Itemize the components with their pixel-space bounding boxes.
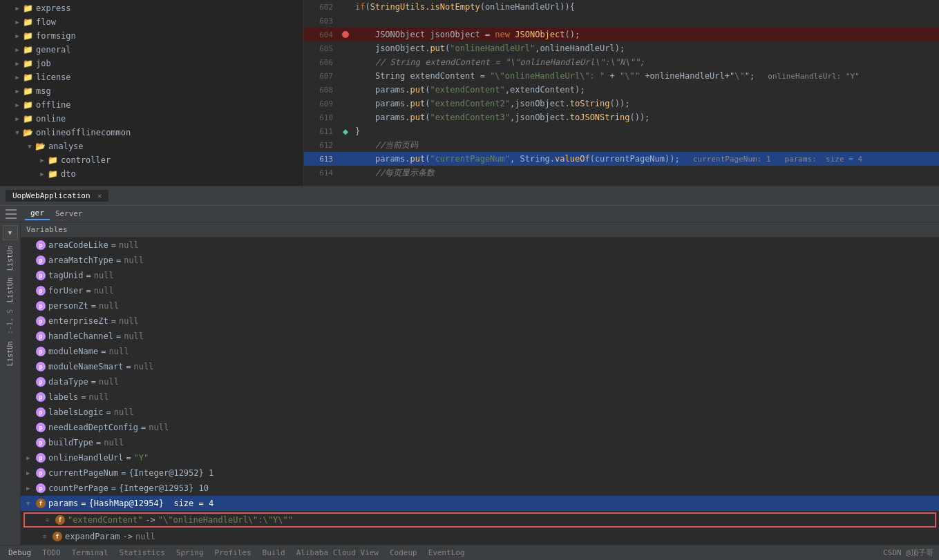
tree-arrow: ▶ bbox=[37, 169, 47, 179]
var-expand bbox=[26, 378, 36, 385]
tree-item-express[interactable]: ▶ 📁 express bbox=[0, 1, 303, 15]
tree-item-license[interactable]: ▶ 📁 license bbox=[0, 70, 303, 84]
side-list-un-1[interactable]: ListUn bbox=[5, 243, 15, 273]
var-icon-f: f bbox=[55, 515, 65, 525]
bottom-tab-codeup[interactable]: Codeup bbox=[387, 548, 420, 557]
folder-icon: 📁 bbox=[22, 99, 33, 110]
var-item-enterpriseZt[interactable]: p enterpriseZt = null bbox=[21, 313, 939, 329]
tree-item-formsign[interactable]: ▶ 📁 formsign bbox=[0, 29, 303, 43]
side-info[interactable]: :-1, S bbox=[5, 307, 15, 337]
tree-item-general[interactable]: ▶ 📁 general bbox=[0, 43, 303, 57]
var-item-params[interactable]: ▼ f params = {HashMap@12954} size = 4 bbox=[21, 496, 939, 511]
folder-icon-open: 📂 bbox=[35, 141, 46, 152]
var-item-labelsLogic[interactable]: p labelsLogic = null bbox=[21, 405, 939, 420]
side-list-un-3[interactable]: ListUn bbox=[5, 338, 15, 369]
bottom-tab-spring[interactable]: Spring bbox=[173, 548, 207, 557]
var-expand: ▶ bbox=[26, 485, 36, 492]
line-content: String extendContent = "\"onlineHandleUr… bbox=[352, 71, 860, 81]
var-item-personZt[interactable]: p personZt = null bbox=[21, 298, 939, 313]
line-number: 612 bbox=[304, 141, 339, 150]
line-gutter: ◆ bbox=[339, 126, 352, 137]
var-value: null bbox=[149, 423, 169, 432]
tree-item-analyse[interactable]: ▼ 📂 analyse bbox=[0, 139, 303, 153]
bottom-tab-terminal[interactable]: Terminal bbox=[69, 548, 111, 557]
bottom-tab-statistics[interactable]: Statistics bbox=[117, 548, 168, 557]
code-line-608: 608 params.put("extendContent",extendCon… bbox=[304, 83, 939, 97]
var-value: {Integer@12952} 1 bbox=[129, 468, 214, 478]
var-item-countPerPage[interactable]: ▶ p countPerPage = {Integer@12953} 10 bbox=[21, 481, 939, 496]
tree-item-msg[interactable]: ▶ 📁 msg bbox=[0, 84, 303, 98]
var-item-needLeadDeptConfig[interactable]: p needLeadDeptConfig = null bbox=[21, 420, 939, 435]
tree-label: msg bbox=[36, 86, 51, 96]
var-item-moduleName[interactable]: p moduleName = null bbox=[21, 344, 939, 359]
var-icon-p: p bbox=[36, 331, 46, 341]
var-item-currentPageNum[interactable]: ▶ p currentPageNum = {Integer@12952} 1 bbox=[21, 465, 939, 481]
var-item-tagUnid[interactable]: p tagUnid = null bbox=[21, 268, 939, 283]
tree-item-offline[interactable]: ▶ 📁 offline bbox=[0, 98, 303, 112]
var-value: "\"onlineHandleUrl\":\"Y\"" bbox=[158, 515, 293, 525]
close-icon[interactable]: ✕ bbox=[97, 192, 102, 200]
folder-icon: 📁 bbox=[22, 72, 33, 83]
line-content: } bbox=[352, 126, 360, 136]
tab-server[interactable]: Server bbox=[50, 208, 88, 220]
var-expand bbox=[26, 348, 36, 355]
var-item-moduleNameSmart[interactable]: p moduleNameSmart = null bbox=[21, 359, 939, 374]
var-child-expandParam[interactable]: ≡ f expandParam -> null bbox=[21, 529, 939, 544]
var-name: params bbox=[48, 499, 78, 508]
tree-item-online[interactable]: ▶ 📁 online bbox=[0, 112, 303, 126]
var-expand: ≡ bbox=[46, 516, 55, 523]
var-expand bbox=[26, 424, 36, 431]
bottom-tab-build[interactable]: Build bbox=[260, 548, 288, 557]
tree-label-flow: flow bbox=[36, 17, 56, 27]
var-expand: ▶ bbox=[26, 470, 36, 476]
var-item-areaCodeLike[interactable]: p areaCodeLike = null bbox=[21, 238, 939, 253]
var-value: null bbox=[119, 316, 139, 326]
tab-label: UopWebApplication bbox=[12, 191, 91, 200]
bottom-tab-todo[interactable]: TODO bbox=[39, 548, 64, 557]
var-value: null bbox=[89, 392, 109, 402]
var-item-dataType[interactable]: p dataType = null bbox=[21, 374, 939, 389]
side-button[interactable]: ▼ bbox=[3, 225, 18, 240]
tab-server-label: Server bbox=[55, 209, 83, 218]
tab-debugger-label: ger bbox=[30, 209, 44, 218]
var-value: null bbox=[94, 271, 114, 280]
tab-debugger[interactable]: ger bbox=[25, 207, 50, 220]
bottom-tab-debug[interactable]: Debug bbox=[6, 548, 34, 557]
line-number: 604 bbox=[304, 30, 339, 39]
tree-item-job[interactable]: ▶ 📁 job bbox=[0, 57, 303, 70]
var-expand bbox=[26, 272, 36, 279]
tree-label: dto bbox=[61, 169, 76, 179]
var-item-handleChannel[interactable]: p handleChannel = null bbox=[21, 329, 939, 344]
var-expand bbox=[26, 333, 36, 340]
var-name: handleChannel bbox=[48, 331, 113, 341]
var-icon-p: p bbox=[36, 468, 46, 478]
var-name: "extendContent" bbox=[68, 515, 142, 525]
var-value: null bbox=[108, 347, 129, 356]
line-content: params.put("extendContent2",jsonObject.t… bbox=[352, 99, 629, 108]
bottom-tab-profiles[interactable]: Profiles bbox=[212, 548, 254, 557]
side-list-un-2[interactable]: ListUn bbox=[5, 275, 15, 305]
tree-item-dto[interactable]: ▶ 📁 dto bbox=[0, 167, 303, 181]
var-item-labels[interactable]: p labels = null bbox=[21, 389, 939, 405]
var-item-buildType[interactable]: p buildType = null bbox=[21, 435, 939, 450]
var-expand: ▶ bbox=[26, 454, 36, 461]
var-icon-f: f bbox=[36, 499, 46, 508]
tree-item-flow[interactable]: ▶ 📁 flow bbox=[0, 15, 303, 29]
tab-uopwebapplication[interactable]: UopWebApplication ✕ bbox=[6, 190, 108, 202]
line-number: 603 bbox=[304, 17, 339, 26]
bottom-tab-eventlog[interactable]: EventLog bbox=[426, 548, 468, 557]
bottom-tab-alibaba[interactable]: Alibaba Cloud View bbox=[294, 548, 381, 557]
var-expand bbox=[26, 287, 36, 294]
tree-arrow: ▼ bbox=[25, 142, 35, 151]
var-item-forUser[interactable]: p forUser = null bbox=[21, 283, 939, 298]
var-item-areaMatchType[interactable]: p areaMatchType = null bbox=[21, 253, 939, 268]
var-item-onlineHandleUrl[interactable]: ▶ p onlineHandleUrl = "Y" bbox=[21, 450, 939, 465]
tree-item-onlineofflinecommon[interactable]: ▼ 📂 onlineofflinecommon bbox=[0, 126, 303, 139]
var-expand bbox=[26, 439, 36, 446]
tree-arrow: ▼ bbox=[12, 128, 22, 137]
line-number: 609 bbox=[304, 99, 339, 108]
tree-arrow: ▶ bbox=[12, 17, 22, 27]
var-name: currentPageNum bbox=[48, 468, 118, 478]
tree-item-controller[interactable]: ▶ 📁 controller bbox=[0, 153, 303, 167]
var-child-extendContent[interactable]: ≡ f "extendContent" -> "\"onlineHandleUr… bbox=[23, 512, 936, 528]
